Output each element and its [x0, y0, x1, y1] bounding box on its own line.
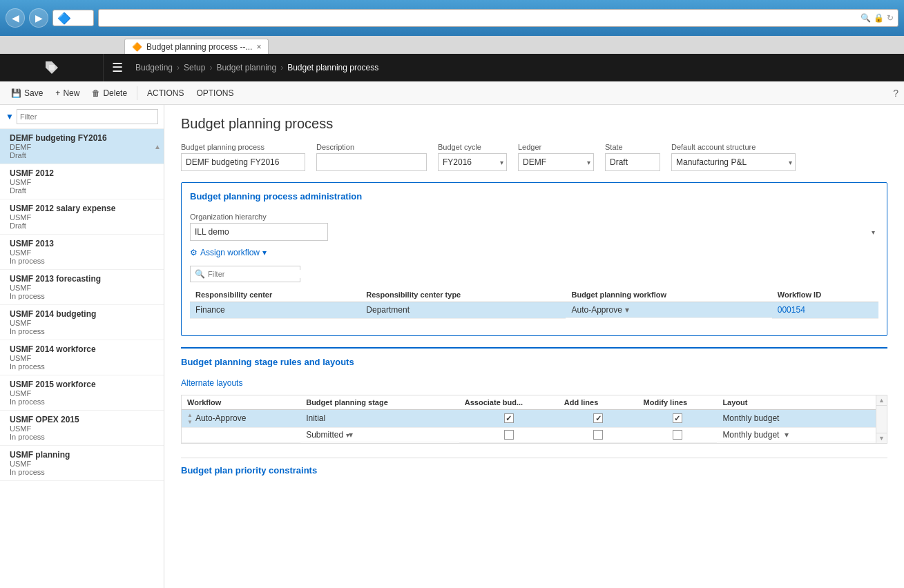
layout-dropdown-icon[interactable]: ▾ — [785, 430, 789, 440]
scroll-up-button[interactable]: ▲ — [876, 395, 887, 406]
state-label: State — [605, 143, 660, 151]
sidebar-item-2[interactable]: USMF 2012 salary expense USMF Draft — [0, 199, 164, 235]
add-lines-cell-2 — [559, 428, 638, 443]
associate-checkbox-container-2 — [465, 430, 553, 440]
ledger-field: Ledger DEMF — [518, 143, 594, 171]
sidebar-item-sub: USMF — [10, 389, 157, 398]
associate-cell-2 — [459, 428, 559, 443]
row-down-arrow[interactable]: ▼ — [187, 419, 193, 425]
ledger-select[interactable]: DEMF — [518, 153, 594, 171]
toolbar-sep — [137, 86, 137, 100]
sidebar-item-0[interactable]: DEMF budgeting FY2016 DEMF Draft ▲ — [0, 129, 164, 164]
tab-close-button[interactable]: × — [256, 42, 261, 52]
options-button[interactable]: OPTIONS — [191, 84, 239, 102]
sidebar-item-sub: USMF — [10, 248, 157, 257]
budget-cycle-select[interactable]: FY2016 — [438, 153, 507, 171]
add-lines-checkbox-2[interactable] — [593, 430, 603, 440]
budget-planning-process-input[interactable] — [181, 153, 305, 171]
description-input[interactable] — [316, 153, 427, 171]
description-label: Description — [316, 143, 427, 151]
org-hierarchy-label: Organization hierarchy — [190, 213, 878, 221]
sidebar-item-1[interactable]: USMF 2012 USMF Draft — [0, 164, 164, 199]
row-sort-arrows[interactable]: ▲ ▼ — [187, 412, 193, 425]
help-icon[interactable]: ? — [893, 88, 898, 99]
sidebar-item-sub: USMF — [10, 424, 157, 433]
sidebar-item-title: USMF 2014 workforce — [10, 344, 157, 354]
table-row[interactable]: Finance Department Auto-Approve ▾ 000154 — [190, 302, 878, 319]
back-button[interactable]: ◀ — [6, 8, 25, 28]
assign-workflow-link[interactable]: ⚙ Assign workflow ▾ — [190, 248, 878, 257]
responsibility-filter: 🔍 — [190, 266, 300, 282]
sidebar-item-5[interactable]: USMF 2014 budgeting USMF In process — [0, 305, 164, 340]
sidebar-item-6[interactable]: USMF 2014 workforce USMF In process — [0, 340, 164, 375]
add-lines-checkbox-container-2 — [564, 430, 633, 440]
save-button[interactable]: 💾 Save — [6, 84, 48, 102]
sidebar-scroll-indicator: ▲ — [154, 143, 161, 150]
administration-header: Budget planning process administration — [190, 191, 878, 204]
sidebar-item-3[interactable]: USMF 2013 USMF In process — [0, 235, 164, 270]
workflow-table: Workflow Budget planning stage Associate… — [182, 395, 876, 443]
workflow-id-cell: 000154 — [772, 302, 878, 319]
col-stage: Budget planning stage — [300, 395, 459, 410]
sidebar-filter-input[interactable] — [17, 109, 158, 124]
vertical-scrollbar[interactable]: ▲ ▼ — [876, 395, 887, 443]
modify-lines-checkbox-2[interactable] — [673, 430, 682, 440]
workflow-dropdown-icon[interactable]: ▾ — [625, 305, 629, 315]
col-responsibility-center-type: Responsibility center type — [360, 288, 566, 302]
org-hierarchy-select[interactable]: ILL demo — [190, 223, 328, 241]
sidebar-item-sub: USMF — [10, 354, 157, 362]
sidebar-item-4[interactable]: USMF 2013 forecasting USMF In process — [0, 270, 164, 305]
sidebar-item-9[interactable]: USMF planning USMF In process — [0, 446, 164, 481]
col-associate: Associate bud... — [459, 395, 559, 410]
ledger-label: Ledger — [518, 143, 594, 151]
administration-section: Budget planning process administration O… — [181, 182, 887, 336]
browser-tab[interactable]: 🔶 Budget planning process --... × — [124, 39, 269, 54]
stage-row-submitted[interactable]: Submitted ▾ — [182, 428, 876, 443]
associate-checkbox-2[interactable] — [504, 430, 514, 440]
state-field: State — [605, 143, 660, 171]
associate-checkbox[interactable] — [504, 413, 514, 423]
alternate-layouts-link[interactable]: Alternate layouts — [181, 378, 887, 388]
org-hierarchy-field: Organization hierarchy ILL demo — [190, 213, 878, 241]
breadcrumb-budget-planning[interactable]: Budget planning — [216, 63, 276, 72]
sidebar-list: DEMF budgeting FY2016 DEMF Draft ▲ USMF … — [0, 129, 164, 588]
associate-checkbox-container — [465, 413, 553, 423]
breadcrumb: Budgeting › Setup › Budget planning › Bu… — [131, 63, 378, 72]
scroll-track — [876, 406, 887, 433]
sidebar-item-status: In process — [10, 292, 157, 300]
workflow-id-link[interactable]: 000154 — [778, 305, 805, 315]
stage-name-cell: Initial — [300, 409, 459, 428]
stage-rules-header: Budget planning stage rules and layouts — [181, 357, 887, 370]
stage-row-initial[interactable]: ▲ ▼ Auto-Approve Initial — [182, 409, 876, 428]
sidebar-item-8[interactable]: USMF OPEX 2015 USMF In process — [0, 411, 164, 446]
stage-dropdown-wrapper: ▾ — [349, 430, 353, 440]
filter-search-icon: 🔍 — [195, 269, 205, 279]
save-label: Save — [24, 88, 43, 98]
browser-home[interactable]: 🔷 — [52, 10, 94, 26]
sidebar-item-7[interactable]: USMF 2015 workforce USMF In process — [0, 375, 164, 411]
sidebar-item-status: In process — [10, 398, 157, 406]
default-account-structure-select[interactable]: Manufacturing P&L — [671, 153, 796, 171]
modify-lines-checkbox[interactable] — [673, 413, 682, 423]
actions-button[interactable]: ACTIONS — [142, 84, 189, 102]
row-up-arrow[interactable]: ▲ — [187, 412, 193, 418]
stage-dropdown-icon[interactable]: ▾ — [349, 430, 353, 440]
breadcrumb-setup[interactable]: Setup — [184, 63, 205, 72]
add-lines-checkbox[interactable] — [593, 413, 603, 423]
sidebar-item-status: Draft — [10, 222, 157, 230]
new-button[interactable]: + New — [50, 84, 85, 102]
scroll-down-button[interactable]: ▼ — [876, 433, 887, 443]
budget-cycle-wrapper: FY2016 — [438, 153, 507, 171]
address-bar[interactable]: 🔍 🔒 ↻ — [98, 9, 898, 27]
budget-cycle-label: Budget cycle — [438, 143, 507, 151]
hamburger-menu[interactable]: ☰ — [104, 54, 131, 81]
responsibility-filter-input[interactable] — [208, 270, 303, 278]
browser-chrome: ◀ ▶ 🔷 🔍 🔒 ↻ — [0, 0, 904, 36]
forward-button[interactable]: ▶ — [29, 8, 48, 28]
sidebar-filter-area: ▼ — [0, 105, 164, 129]
sidebar-item-status: Draft — [10, 151, 157, 159]
delete-button[interactable]: 🗑 Delete — [86, 84, 133, 102]
sidebar: ▼ DEMF budgeting FY2016 DEMF Draft ▲ USM… — [0, 105, 164, 588]
breadcrumb-budgeting[interactable]: Budgeting — [135, 63, 173, 72]
new-label: New — [63, 88, 79, 98]
